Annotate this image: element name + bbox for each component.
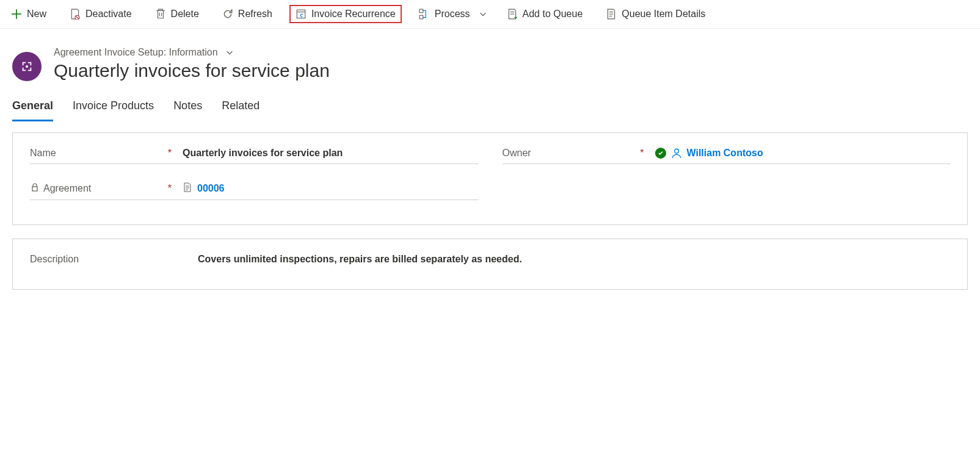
deactivate-label: Deactivate [85, 9, 132, 20]
refresh-icon [222, 9, 233, 20]
chevron-down-icon [479, 10, 487, 18]
agreement-link[interactable]: 00006 [197, 183, 225, 194]
tab-bar: General Invoice Products Notes Related [0, 93, 980, 121]
form-section-general: Name * Quarterly invoices for service pl… [12, 132, 968, 225]
tab-invoice-products[interactable]: Invoice Products [73, 93, 154, 121]
plus-icon [11, 9, 22, 20]
form-type-label: Agreement Invoice Setup: Information [54, 47, 218, 58]
svg-rect-7 [419, 15, 423, 19]
required-indicator: * [168, 148, 183, 159]
queue-details-icon [606, 9, 617, 20]
record-header: Agreement Invoice Setup: Information Qua… [0, 29, 980, 93]
tab-related[interactable]: Related [222, 93, 260, 121]
name-value: Quarterly invoices for service plan [183, 148, 478, 159]
new-label: New [27, 9, 46, 20]
tab-notes[interactable]: Notes [173, 93, 202, 121]
owner-label: Owner [503, 148, 531, 159]
form-section-description: Description Covers unlimited inspections… [12, 239, 968, 290]
svg-rect-6 [419, 9, 423, 13]
queue-item-details-label: Queue Item Details [622, 9, 705, 20]
agreement-label: Agreement [43, 183, 91, 194]
document-icon [183, 182, 192, 195]
tab-general[interactable]: General [12, 93, 53, 121]
process-button[interactable]: Process [413, 5, 476, 23]
delete-label: Delete [171, 9, 199, 20]
process-label: Process [435, 9, 470, 20]
calendar-recurrence-icon [296, 9, 307, 20]
entity-icon [12, 52, 42, 81]
field-owner[interactable]: Owner * William Contoso [503, 148, 951, 164]
trash-icon [155, 9, 166, 20]
command-bar: New Deactivate Delete Refresh Invoice Re… [0, 0, 980, 29]
record-title: Quarterly invoices for service plan [54, 60, 330, 81]
add-to-queue-button[interactable]: Add to Queue [501, 5, 589, 23]
add-to-queue-label: Add to Queue [523, 9, 583, 20]
delete-button[interactable]: Delete [149, 5, 205, 23]
svg-rect-13 [32, 187, 37, 191]
invoice-recurrence-label: Invoice Recurrence [311, 9, 396, 20]
owner-link[interactable]: William Contoso [687, 148, 763, 159]
chevron-down-icon [225, 48, 234, 57]
deactivate-icon [70, 9, 81, 20]
process-icon [419, 9, 430, 20]
process-chevron-button[interactable] [476, 6, 490, 22]
add-to-queue-icon [507, 9, 518, 20]
form-selector[interactable]: Agreement Invoice Setup: Information [54, 47, 330, 58]
field-name[interactable]: Name * Quarterly invoices for service pl… [30, 148, 478, 164]
description-value[interactable]: Covers unlimited inspections, repairs ar… [198, 254, 950, 265]
lock-icon [30, 182, 40, 195]
refresh-button[interactable]: Refresh [216, 5, 278, 23]
refresh-label: Refresh [238, 9, 272, 20]
person-icon [671, 148, 682, 159]
required-indicator: * [640, 148, 655, 159]
new-button[interactable]: New [5, 5, 53, 23]
name-label: Name [30, 148, 56, 159]
description-label: Description [30, 254, 198, 265]
field-agreement[interactable]: Agreement * 00006 [30, 182, 478, 200]
status-check-icon [655, 148, 666, 159]
deactivate-button[interactable]: Deactivate [64, 5, 138, 23]
queue-item-details-button[interactable]: Queue Item Details [600, 5, 711, 23]
svg-point-17 [674, 149, 678, 153]
invoice-recurrence-button[interactable]: Invoice Recurrence [289, 5, 402, 23]
required-indicator: * [168, 183, 183, 194]
